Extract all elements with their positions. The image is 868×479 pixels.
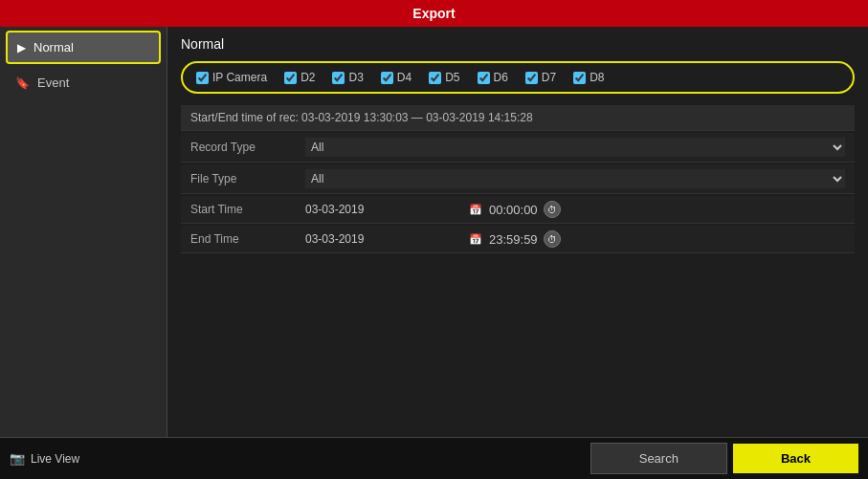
end-time-date[interactable]: 03-03-2019 <box>305 232 449 246</box>
camera-d2-checkbox[interactable] <box>284 72 297 84</box>
bottom-bar: 📷 Live View Search Back <box>0 437 868 479</box>
record-type-select[interactable]: All Normal Event <box>305 138 845 157</box>
file-type-value: All Video Picture <box>305 169 845 188</box>
sidebar-item-event[interactable]: 🔖 Event <box>0 68 167 98</box>
camera-d7-label: D7 <box>542 71 556 84</box>
camera-d4-label: D4 <box>397 71 412 84</box>
camera-d6-label: D6 <box>494 71 508 84</box>
live-view-label: Live View <box>31 452 79 466</box>
content-section-title: Normal <box>181 36 855 52</box>
record-type-label: Record Type <box>190 141 305 154</box>
content-area: Normal IP Camera D2 D3 D4 D5 <box>167 27 868 437</box>
record-type-row: Record Type All Normal Event <box>181 133 855 163</box>
sidebar-normal-label: Normal <box>33 40 74 54</box>
camera-row: IP Camera D2 D3 D4 D5 D6 <box>181 61 855 94</box>
camera-d5[interactable]: D5 <box>429 71 459 84</box>
camera-ip[interactable]: IP Camera <box>196 71 267 84</box>
end-calendar-icon[interactable]: 📅 <box>468 231 483 247</box>
start-time-value[interactable]: 00:00:00 <box>489 203 538 217</box>
camera-d5-label: D5 <box>445 71 459 84</box>
end-time-clock-btn[interactable]: ⏱ <box>544 230 561 248</box>
camera-d3-checkbox[interactable] <box>332 72 345 84</box>
search-button[interactable]: Search <box>590 443 727 474</box>
camera-ip-checkbox[interactable] <box>196 72 209 84</box>
camera-d2-label: D2 <box>300 71 315 84</box>
sidebar-item-normal[interactable]: ▶ Normal <box>6 31 161 64</box>
normal-icon: ▶ <box>17 41 26 54</box>
file-type-row: File Type All Video Picture <box>181 164 855 194</box>
live-view-button[interactable]: 📷 Live View <box>10 451 79 466</box>
file-type-label: File Type <box>190 172 305 185</box>
camera-d6[interactable]: D6 <box>478 71 508 84</box>
camera-d5-checkbox[interactable] <box>429 72 441 84</box>
info-label: Start/End time of rec: <box>190 111 299 124</box>
end-time-value[interactable]: 23:59:59 <box>489 232 538 247</box>
app-title: Export <box>412 6 455 21</box>
camera-ip-label: IP Camera <box>212 71 267 84</box>
camera-d6-checkbox[interactable] <box>478 72 490 84</box>
event-icon: 🔖 <box>15 76 30 90</box>
camera-d8[interactable]: D8 <box>573 71 604 84</box>
camera-d8-label: D8 <box>590 71 604 84</box>
end-time-row: End Time 03-03-2019 📅 23:59:59 ⏱ <box>181 226 855 253</box>
camera-d3[interactable]: D3 <box>332 71 363 84</box>
start-time-wrap: 📅 00:00:00 ⏱ <box>468 201 561 218</box>
file-type-select[interactable]: All Video Picture <box>305 169 845 188</box>
camera-d8-checkbox[interactable] <box>573 72 586 84</box>
sidebar-event-label: Event <box>37 76 69 90</box>
start-calendar-icon[interactable]: 📅 <box>468 202 483 217</box>
camera-d7[interactable]: D7 <box>525 71 556 84</box>
end-time-wrap: 📅 23:59:59 ⏱ <box>468 230 561 248</box>
camera-d2[interactable]: D2 <box>284 71 315 84</box>
record-type-value: All Normal Event <box>305 138 845 157</box>
camera-d4-checkbox[interactable] <box>381 72 393 84</box>
info-value: 03-03-2019 13:30:03 — 03-03-2019 14:15:2… <box>301 111 533 124</box>
camera-d4[interactable]: D4 <box>381 71 412 84</box>
live-view-icon: 📷 <box>10 451 25 466</box>
start-time-row: Start Time 03-03-2019 📅 00:00:00 ⏱ <box>181 196 855 224</box>
start-time-date[interactable]: 03-03-2019 <box>305 203 449 216</box>
recording-time-info: Start/End time of rec: 03-03-2019 13:30:… <box>181 105 855 131</box>
camera-d7-checkbox[interactable] <box>525 72 538 84</box>
start-time-label: Start Time <box>190 203 305 216</box>
start-time-clock-btn[interactable]: ⏱ <box>544 201 561 218</box>
back-button[interactable]: Back <box>733 444 858 473</box>
main-layout: ▶ Normal 🔖 Event Normal IP Camera D2 D3 <box>0 27 868 437</box>
camera-d3-label: D3 <box>348 71 363 84</box>
end-time-label: End Time <box>190 232 305 246</box>
title-bar: Export <box>0 0 868 27</box>
sidebar: ▶ Normal 🔖 Event <box>0 27 167 437</box>
